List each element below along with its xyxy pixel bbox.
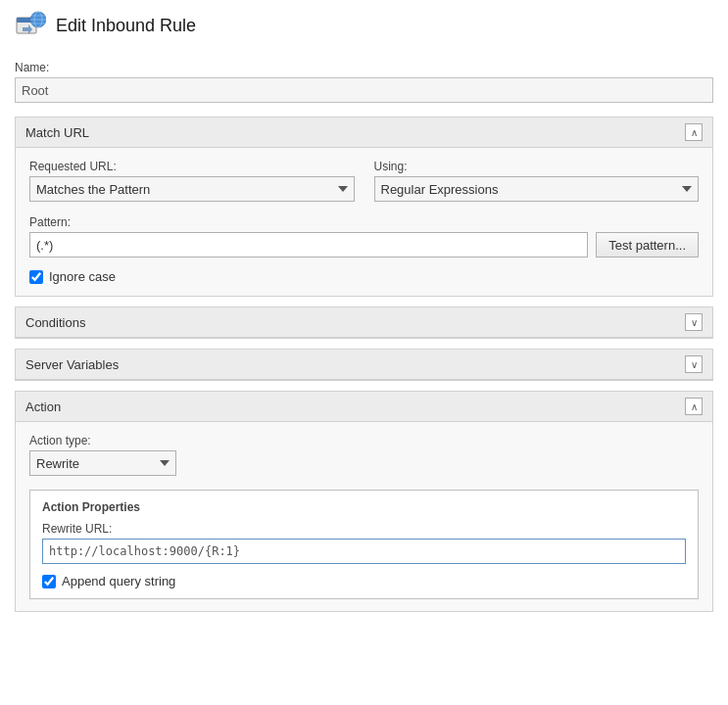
requested-url-wrapper: Matches the Pattern Does Not Match the P…	[29, 176, 355, 202]
pattern-label: Pattern:	[29, 215, 699, 229]
using-select[interactable]: Regular Expressions Wildcards Exact Matc…	[374, 176, 700, 202]
rewrite-url-input[interactable]	[42, 539, 686, 564]
using-label: Using:	[374, 160, 700, 173]
match-url-panel: Match URL ∧ Requested URL: Matches the P…	[15, 117, 713, 297]
name-input[interactable]	[15, 77, 713, 103]
action-properties-title: Action Properties	[42, 500, 686, 514]
append-query-string-row: Append query string	[42, 574, 686, 588]
rewrite-url-label: Rewrite URL:	[42, 522, 686, 536]
ignore-case-checkbox[interactable]	[29, 270, 43, 284]
action-type-select[interactable]: Rewrite Redirect Custom Response Abort R…	[29, 450, 176, 476]
conditions-toggle[interactable]: ∨	[685, 313, 703, 331]
conditions-title: Conditions	[25, 315, 85, 330]
using-wrapper: Regular Expressions Wildcards Exact Matc…	[374, 176, 700, 202]
action-content: Action type: Rewrite Redirect Custom Res…	[16, 422, 712, 611]
chevron-down-icon: ∨	[691, 317, 698, 328]
name-label: Name:	[15, 61, 713, 74]
action-header[interactable]: Action ∧	[16, 392, 712, 422]
page-title: Edit Inbound Rule	[56, 16, 196, 36]
page-container: Edit Inbound Rule Name: Match URL ∧ Requ…	[0, 0, 728, 641]
append-query-string-label: Append query string	[62, 574, 175, 588]
action-panel: Action ∧ Action type: Rewrite Redirect C…	[15, 391, 713, 612]
ignore-case-label: Ignore case	[49, 269, 116, 284]
server-variables-header[interactable]: Server Variables ∨	[16, 350, 712, 380]
match-url-header[interactable]: Match URL ∧	[16, 118, 712, 148]
pattern-input-row: Test pattern...	[29, 232, 699, 258]
server-variables-panel: Server Variables ∨	[15, 349, 713, 381]
conditions-header[interactable]: Conditions ∨	[16, 307, 712, 338]
append-query-string-checkbox[interactable]	[42, 575, 56, 588]
action-title: Action	[25, 400, 61, 414]
match-url-toggle[interactable]: ∧	[685, 123, 703, 141]
pattern-input[interactable]	[29, 232, 588, 258]
chevron-up-icon-2: ∧	[691, 401, 698, 412]
action-type-row: Action type: Rewrite Redirect Custom Res…	[29, 434, 699, 476]
server-variables-title: Server Variables	[25, 357, 119, 372]
page-header: Edit Inbound Rule	[15, 10, 713, 47]
conditions-panel: Conditions ∨	[15, 306, 713, 339]
requested-url-select[interactable]: Matches the Pattern Does Not Match the P…	[29, 176, 355, 202]
chevron-down-icon-2: ∨	[691, 359, 698, 370]
requested-url-label: Requested URL:	[29, 160, 355, 173]
app-icon	[15, 10, 46, 41]
action-type-wrapper: Rewrite Redirect Custom Response Abort R…	[29, 450, 699, 476]
match-url-row: Requested URL: Matches the Pattern Does …	[29, 160, 699, 202]
server-variables-toggle[interactable]: ∨	[685, 355, 703, 373]
match-url-content: Requested URL: Matches the Pattern Does …	[16, 148, 712, 296]
name-section: Name:	[15, 61, 713, 103]
pattern-row: Pattern: Test pattern...	[29, 215, 699, 258]
chevron-up-icon: ∧	[691, 127, 698, 138]
using-field: Using: Regular Expressions Wildcards Exa…	[374, 160, 700, 202]
test-pattern-button[interactable]: Test pattern...	[596, 232, 699, 258]
action-properties-box: Action Properties Rewrite URL: Append qu…	[29, 490, 699, 599]
match-url-title: Match URL	[25, 125, 89, 140]
action-type-label: Action type:	[29, 434, 699, 447]
ignore-case-row: Ignore case	[29, 269, 699, 284]
action-toggle[interactable]: ∧	[685, 398, 703, 415]
requested-url-field: Requested URL: Matches the Pattern Does …	[29, 160, 355, 202]
